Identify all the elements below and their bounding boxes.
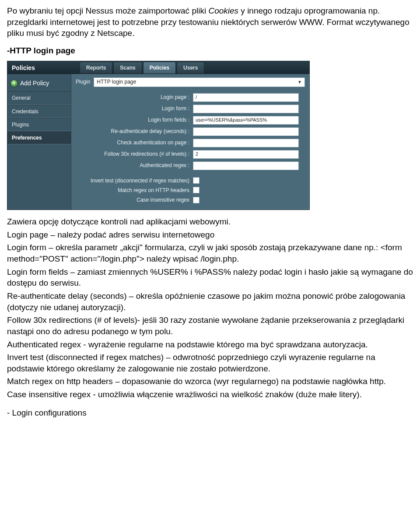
tab-scans[interactable]: Scans: [113, 62, 142, 73]
label-case-insensitive: Case insensitive regex: [76, 196, 189, 203]
plugin-row: Plugin HTTP login page ▼: [76, 77, 305, 87]
row-invert-test: Invert test (disconnected if regex match…: [76, 177, 305, 184]
row-login-page: Login page : /: [76, 93, 305, 102]
checkbox-case-insensitive[interactable]: [193, 197, 200, 203]
nessus-main: Plugin HTTP login page ▼ Login page : / …: [71, 74, 309, 210]
nessus-topbar: Policies Reports Scans Policies Users: [7, 61, 309, 74]
input-login-form-fields[interactable]: user=%USER%&pass=%PASS%: [193, 116, 299, 125]
section-login-configurations: - Login configurations: [7, 407, 413, 419]
sidebar-item-credentials[interactable]: Credentials: [7, 105, 71, 118]
label-follow-30x: Follow 30x redirections (# of levels) :: [76, 150, 189, 157]
desc-invert: Invert test (disconnected if regex match…: [7, 352, 413, 374]
sidebar-item-preferences[interactable]: Preferences: [7, 131, 71, 144]
desc-reauth: Re-authenticate delay (seconds) – określ…: [7, 290, 413, 313]
tab-reports[interactable]: Reports: [80, 62, 112, 73]
label-reauth-delay: Re-authenticate delay (seconds) :: [76, 128, 189, 135]
row-case-insensitive: Case insensitive regex: [76, 196, 305, 203]
row-check-auth-page: Check authentication on page :: [76, 139, 305, 147]
plugin-select-value: HTTP login page: [97, 78, 136, 85]
desc-login-page: Login page – należy podać adres serwisu …: [7, 229, 413, 241]
nessus-body: + Add Policy General Credentials Plugins…: [7, 74, 309, 210]
plugin-select[interactable]: HTTP login page ▼: [94, 77, 305, 87]
tab-users[interactable]: Users: [177, 62, 204, 73]
input-reauth-delay[interactable]: [193, 127, 299, 136]
desc-auth-regex: Authenticated regex - wyrażenie regularn…: [7, 339, 413, 350]
input-follow-30x[interactable]: 2: [193, 150, 299, 159]
desc-zawiera: Zawiera opcję dotyczące kontroli nad apl…: [7, 216, 413, 227]
row-reauth-delay: Re-authenticate delay (seconds) :: [76, 127, 305, 136]
row-match-headers: Match regex on HTTP headers: [76, 187, 305, 194]
label-check-auth-page: Check authentication on page :: [76, 139, 189, 146]
input-login-form[interactable]: [193, 105, 299, 113]
sidebar-item-plugins[interactable]: Plugins: [7, 118, 71, 131]
label-login-form: Login form :: [76, 105, 189, 112]
plugin-label: Plugin: [76, 78, 90, 85]
nessus-title: Policies: [7, 61, 80, 73]
nessus-sidebar: + Add Policy General Credentials Plugins…: [7, 74, 71, 210]
nessus-panel: Policies Reports Scans Policies Users + …: [7, 61, 310, 210]
label-auth-regex: Authenticated regex :: [76, 162, 189, 169]
desc-case: Case insensitive regex - umożliwia włącz…: [7, 389, 413, 400]
row-follow-30x: Follow 30x redirections (# of levels) : …: [76, 150, 305, 159]
add-policy-button[interactable]: + Add Policy: [7, 77, 71, 92]
desc-match-headers: Match regex on http headers – dopasowani…: [7, 376, 413, 387]
desc-follow30x: Follow 30x redirections (# of levels)- j…: [7, 315, 413, 337]
nessus-tabs: Reports Scans Policies Users: [80, 61, 205, 73]
intro-paragraph: Po wybraniu tej opcji Nessus może zaimpo…: [7, 5, 413, 39]
input-login-page[interactable]: /: [193, 93, 299, 102]
label-invert-test: Invert test (disconnected if regex match…: [76, 177, 189, 184]
chevron-down-icon: ▼: [298, 79, 302, 85]
input-check-auth-page[interactable]: [193, 139, 299, 147]
section-http-login-page: -HTTP login page: [7, 45, 413, 56]
form-rows: Login page : / Login form : Login form f…: [76, 93, 305, 204]
label-login-form-fields: Login form fields :: [76, 116, 189, 123]
desc-login-form: Login form – określa parametr „akcji" fo…: [7, 242, 413, 264]
checkbox-invert-test[interactable]: [193, 177, 200, 184]
intro-text-a: Po wybraniu tej opcji Nessus może zaimpo…: [7, 6, 208, 15]
sidebar-item-general[interactable]: General: [7, 91, 71, 105]
label-match-headers: Match regex on HTTP headers: [76, 187, 189, 194]
row-auth-regex: Authenticated regex :: [76, 161, 305, 170]
input-auth-regex[interactable]: [193, 161, 299, 170]
label-login-page: Login page :: [76, 94, 189, 101]
tab-policies[interactable]: Policies: [143, 62, 176, 73]
desc-login-form-fields: Login form fields – zamiast zmiennych %U…: [7, 266, 413, 289]
row-login-form: Login form :: [76, 105, 305, 113]
row-login-form-fields: Login form fields : user=%USER%&pass=%PA…: [76, 116, 305, 125]
intro-italic: Cookies: [208, 6, 238, 15]
add-policy-label: Add Policy: [20, 79, 49, 87]
plus-icon: +: [11, 80, 18, 87]
checkbox-match-headers[interactable]: [193, 187, 200, 193]
